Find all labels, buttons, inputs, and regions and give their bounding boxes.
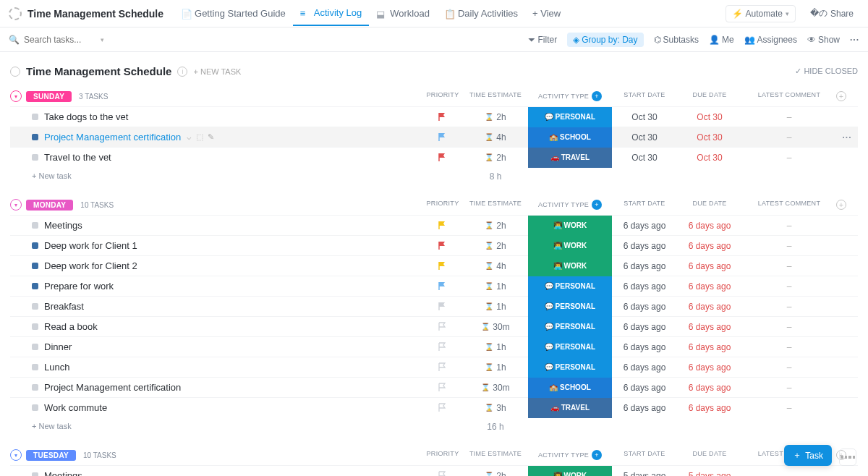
filter-button[interactable]: ⏷Filter: [527, 35, 558, 45]
share-button[interactable]: �の Share: [804, 4, 859, 22]
activity-type-cell[interactable]: 💬 PERSONAL: [528, 276, 612, 297]
col-activity-type[interactable]: ACTIVITY TYPE+: [528, 450, 612, 460]
new-task-fab[interactable]: ＋ Task: [784, 445, 832, 466]
activity-type-cell[interactable]: 🚗 TRAVEL: [528, 148, 612, 168]
start-date-cell[interactable]: Oct 30: [612, 112, 677, 122]
row-more-button[interactable]: ···: [836, 132, 858, 143]
activity-type-cell[interactable]: 🏫 SCHOOL: [528, 127, 612, 148]
time-estimate-cell[interactable]: ⌛3h: [463, 403, 528, 413]
search-input[interactable]: [24, 35, 96, 45]
due-date-cell[interactable]: 6 days ago: [677, 221, 742, 231]
priority-cell[interactable]: [422, 342, 463, 352]
time-estimate-cell[interactable]: ⌛1h: [463, 302, 528, 312]
day-pill[interactable]: TUESDAY: [26, 450, 76, 461]
priority-cell[interactable]: [422, 302, 463, 311]
comment-cell[interactable]: –: [742, 132, 836, 143]
task-name[interactable]: Breakfast: [44, 301, 84, 312]
priority-cell[interactable]: [422, 322, 463, 331]
col-due-date[interactable]: DUE DATE: [677, 450, 742, 460]
tag-icon[interactable]: ⬚: [196, 132, 203, 142]
comment-cell[interactable]: –: [742, 221, 836, 231]
task-row[interactable]: Deep work for Client 1 ⌛2h 👨‍💻 WORK 6 da…: [10, 235, 858, 255]
start-date-cell[interactable]: 6 days ago: [612, 221, 677, 231]
due-date-cell[interactable]: 6 days ago: [677, 342, 742, 352]
priority-cell[interactable]: [422, 153, 463, 162]
due-date-cell[interactable]: 6 days ago: [677, 383, 742, 393]
status-square[interactable]: [32, 472, 38, 476]
time-estimate-cell[interactable]: ⌛30m: [463, 383, 528, 393]
activity-type-cell[interactable]: 👨‍💻 WORK: [528, 256, 612, 276]
priority-cell[interactable]: [422, 403, 463, 412]
time-estimate-cell[interactable]: ⌛2h: [463, 471, 528, 477]
status-square[interactable]: [32, 114, 38, 120]
edit-icon[interactable]: ✎: [208, 132, 214, 142]
status-square[interactable]: [32, 323, 38, 330]
col-due-date[interactable]: DUE DATE: [677, 91, 742, 101]
subtask-icon[interactable]: ⌵: [187, 132, 192, 142]
comment-cell[interactable]: –: [742, 383, 836, 393]
task-row[interactable]: Deep work for Client 2 ⌛4h 👨‍💻 WORK 6 da…: [10, 255, 858, 276]
due-date-cell[interactable]: Oct 30: [677, 132, 742, 143]
new-task-header-button[interactable]: + NEW TASK: [193, 67, 241, 76]
info-icon[interactable]: i: [177, 67, 187, 77]
comment-cell[interactable]: –: [742, 261, 836, 271]
task-name[interactable]: Travel to the vet: [44, 152, 111, 163]
due-date-cell[interactable]: Oct 30: [677, 153, 742, 163]
start-date-cell[interactable]: Oct 30: [612, 153, 677, 163]
task-row[interactable]: Breakfast ⌛1h 💬 PERSONAL 6 days ago 6 da…: [10, 296, 858, 316]
task-row[interactable]: Read a book ⌛30m 💬 PERSONAL 6 days ago 6…: [10, 316, 858, 336]
comment-cell[interactable]: –: [742, 281, 836, 292]
tab-daily-activities[interactable]: 📋Daily Activities: [437, 1, 525, 25]
task-name[interactable]: Deep work for Client 2: [44, 260, 137, 271]
col-time-estimate[interactable]: TIME ESTIMATE: [463, 450, 528, 460]
start-date-cell[interactable]: 6 days ago: [612, 281, 677, 292]
group-by-button[interactable]: ◈Group by: Day: [567, 33, 643, 47]
add-column-button[interactable]: +: [836, 91, 858, 101]
new-task-row-button[interactable]: + New task: [32, 171, 72, 182]
due-date-cell[interactable]: 6 days ago: [677, 241, 742, 251]
task-row[interactable]: Meetings ⌛2h 👨‍💻 WORK 6 days ago 6 days …: [10, 215, 858, 235]
priority-cell[interactable]: [422, 471, 463, 476]
col-latest-comment[interactable]: LATEST COMMENT: [742, 91, 836, 101]
task-row[interactable]: Dinner ⌛1h 💬 PERSONAL 6 days ago 6 days …: [10, 336, 858, 357]
priority-cell[interactable]: [422, 281, 463, 291]
start-date-cell[interactable]: 6 days ago: [612, 403, 677, 413]
day-pill[interactable]: MONDAY: [26, 200, 73, 211]
time-estimate-cell[interactable]: ⌛1h: [463, 362, 528, 373]
comment-cell[interactable]: –: [742, 342, 836, 352]
status-square[interactable]: [32, 154, 38, 161]
start-date-cell[interactable]: 6 days ago: [612, 261, 677, 271]
start-date-cell[interactable]: 6 days ago: [612, 383, 677, 393]
me-button[interactable]: 👤Me: [709, 35, 734, 45]
time-estimate-cell[interactable]: ⌛2h: [463, 241, 528, 251]
task-name[interactable]: Lunch: [44, 362, 69, 373]
due-date-cell[interactable]: 6 days ago: [677, 403, 742, 413]
task-name[interactable]: Meetings: [44, 470, 82, 476]
comment-cell[interactable]: –: [742, 112, 836, 122]
col-start-date[interactable]: START DATE: [612, 91, 677, 101]
start-date-cell[interactable]: 6 days ago: [612, 362, 677, 373]
priority-cell[interactable]: [422, 261, 463, 271]
col-start-date[interactable]: START DATE: [612, 200, 677, 210]
task-row[interactable]: Project Management certification ⌵ ⬚ ✎ ⌛…: [10, 127, 858, 147]
due-date-cell[interactable]: 6 days ago: [677, 322, 742, 332]
priority-cell[interactable]: [422, 241, 463, 250]
automate-button[interactable]: ⚡ Automate ▾: [726, 5, 796, 22]
due-date-cell[interactable]: 6 days ago: [677, 302, 742, 312]
activity-type-cell[interactable]: 👨‍💻 WORK: [528, 216, 612, 236]
collapse-button[interactable]: ▾: [10, 90, 22, 102]
activity-type-cell[interactable]: 💬 PERSONAL: [528, 337, 612, 357]
task-row[interactable]: Travel to the vet ⌛2h 🚗 TRAVEL Oct 30 Oc…: [10, 147, 858, 167]
activity-type-cell[interactable]: 💬 PERSONAL: [528, 107, 612, 127]
col-due-date[interactable]: DUE DATE: [677, 200, 742, 210]
col-priority[interactable]: PRIORITY: [422, 450, 463, 460]
task-row[interactable]: Prepare for work ⌛1h 💬 PERSONAL 6 days a…: [10, 276, 858, 296]
due-date-cell[interactable]: 5 days ago: [677, 471, 742, 477]
more-menu-button[interactable]: ···: [850, 35, 859, 45]
task-name[interactable]: Project Management certification: [44, 132, 181, 143]
comment-cell[interactable]: –: [742, 362, 836, 373]
due-date-cell[interactable]: 6 days ago: [677, 281, 742, 292]
priority-cell[interactable]: [422, 112, 463, 122]
priority-cell[interactable]: [422, 132, 463, 142]
activity-type-cell[interactable]: 👨‍💻 WORK: [528, 466, 612, 477]
